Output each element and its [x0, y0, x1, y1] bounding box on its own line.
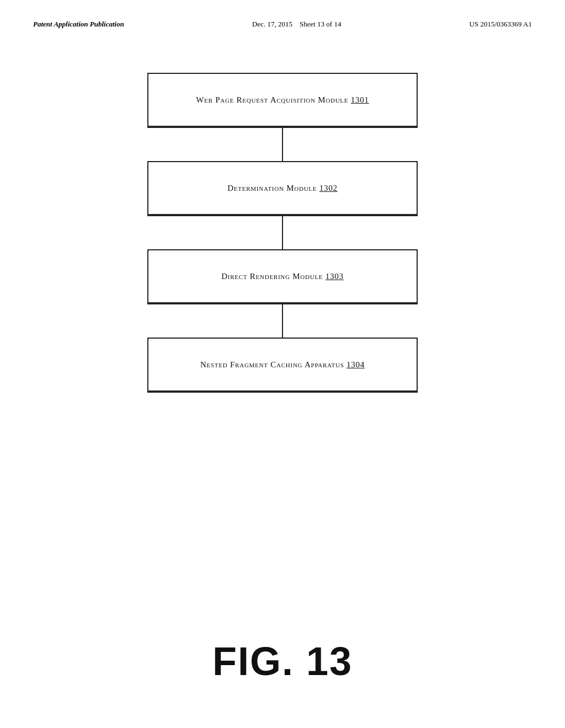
connector-line-3 [282, 304, 283, 338]
module-box-1303: Direct Rendering Module 1303 [147, 249, 418, 304]
connector-line-2 [282, 216, 283, 249]
connector-1 [147, 128, 418, 161]
page-header: Patent Application Publication Dec. 17, … [0, 0, 565, 29]
header-sheet: Sheet 13 of 14 [300, 20, 341, 28]
header-date-sheet: Dec. 17, 2015 Sheet 13 of 14 [252, 20, 341, 29]
module-box-1301: Web Page Request Acquisition Module 1301 [147, 73, 418, 128]
figure-label: FIG. 13 [212, 639, 353, 684]
module-label-1302: Determination Module 1302 [227, 184, 338, 193]
module-box-1304: Nested Fragment Caching Apparatus 1304 [147, 338, 418, 393]
module-label-1301: Web Page Request Acquisition Module 1301 [196, 95, 369, 105]
header-date: Dec. 17, 2015 [252, 20, 292, 28]
connector-3 [147, 304, 418, 338]
connector-line-1 [282, 128, 283, 161]
module-box-1302: Determination Module 1302 [147, 161, 418, 216]
connector-2 [147, 216, 418, 249]
module-label-1304: Nested Fragment Caching Apparatus 1304 [200, 360, 365, 370]
header-patent: US 2015/0363369 A1 [470, 20, 532, 29]
module-label-1303: Direct Rendering Module 1303 [221, 272, 344, 281]
diagram-container: Web Page Request Acquisition Module 1301… [0, 73, 565, 393]
header-publication: Patent Application Publication [33, 20, 124, 29]
